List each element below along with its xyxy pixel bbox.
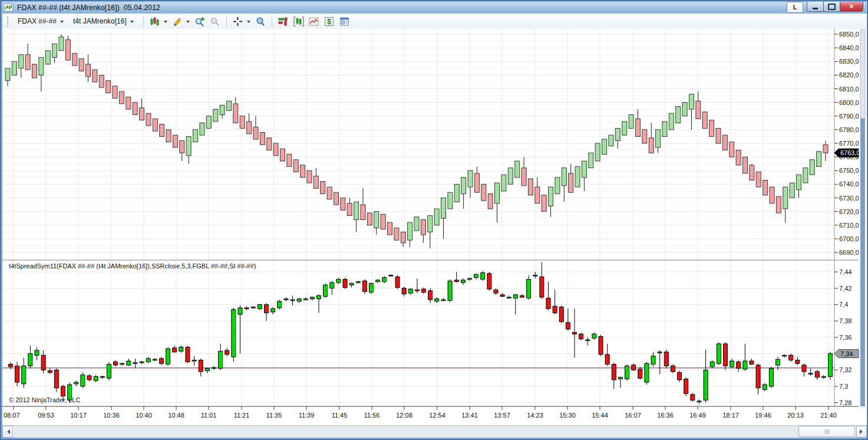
- toolbar-separator: [226, 16, 227, 27]
- renko-brick: [86, 64, 91, 77]
- bar-type-button[interactable]: [148, 15, 169, 28]
- y-axis-label: 7,38: [839, 317, 852, 324]
- renko-brick: [160, 124, 164, 137]
- renko-brick: [59, 37, 64, 51]
- minimize-icon: [813, 8, 818, 9]
- renko-brick: [52, 44, 57, 57]
- spread-candle: [586, 340, 590, 341]
- maximize-button[interactable]: [824, 2, 840, 12]
- mini-chart-button[interactable]: [307, 15, 321, 28]
- spread-candle: [808, 373, 813, 375]
- chart-trader-button[interactable]: [276, 15, 291, 28]
- spread-candle: [789, 355, 793, 360]
- renko-brick: [750, 165, 754, 180]
- renko-brick: [19, 55, 24, 68]
- renko-brick: [569, 173, 573, 192]
- magnifier-button[interactable]: [253, 15, 268, 28]
- spread-candle: [441, 300, 445, 301]
- y-axis-label: 7,44: [839, 268, 852, 275]
- renko-brick: [730, 142, 734, 157]
- renko-brick: [817, 152, 821, 166]
- spread-candle: [362, 281, 367, 291]
- renko-brick: [180, 140, 184, 153]
- y-axis-label: 6840,0: [839, 44, 859, 51]
- renko-brick: [682, 103, 687, 116]
- chart-canvas[interactable]: 6850,06840,06830,06820,06810,06800,06790…: [2, 29, 867, 425]
- period-dropdown[interactable]: t4t JAMrenko[16]: [70, 16, 137, 27]
- renko-brick: [515, 161, 520, 178]
- hscrollbar-track[interactable]: [13, 426, 856, 438]
- cursor-mode-button[interactable]: [231, 15, 252, 28]
- spread-candle: [153, 359, 157, 360]
- dollar-icon: $: [324, 17, 335, 27]
- instrument-dropdown[interactable]: FDAX ##-##: [14, 16, 67, 27]
- renko-brick: [542, 195, 546, 212]
- minimize-button[interactable]: [807, 2, 824, 12]
- scroll-left-button[interactable]: [2, 426, 13, 438]
- renko-brick: [233, 104, 238, 123]
- lower-gridlines: [2, 272, 834, 403]
- chart-area[interactable]: 6850,06840,06830,06820,06810,06800,06790…: [2, 29, 867, 425]
- renko-brick: [321, 182, 325, 194]
- spread-candle: [94, 376, 98, 380]
- renko-brick: [709, 120, 714, 137]
- zoom-out-icon: [210, 17, 220, 27]
- drawing-tools-button[interactable]: [170, 15, 192, 28]
- lower-value-axis[interactable]: 7,447,427,47,387,367,347,327,37,28: [834, 268, 852, 406]
- vertical-scrollbar[interactable]: [860, 29, 865, 406]
- spread-candle: [140, 362, 144, 363]
- y-axis-label: 6770,0: [839, 140, 859, 147]
- renko-brick: [776, 196, 781, 213]
- y-axis-label: 6820,0: [839, 71, 859, 78]
- renko-brick: [106, 81, 111, 93]
- vscrollbar-thumb[interactable]: [860, 29, 865, 119]
- x-axis-label: 11:45: [332, 412, 348, 419]
- spread-candle: [658, 352, 662, 353]
- data-box-button[interactable]: [292, 15, 306, 28]
- renko-brick: [562, 168, 566, 186]
- zoom-out-button[interactable]: [208, 15, 222, 28]
- renko-brick: [474, 173, 479, 192]
- last-value-marker: 7,34: [834, 350, 859, 358]
- hscrollbar-thumb[interactable]: [798, 426, 855, 437]
- renko-brick: [461, 178, 466, 194]
- window-title: FDAX ##-## (t4t JAMrenko[16]) 05.04.2012: [17, 4, 160, 12]
- x-axis-label: 10:17: [70, 412, 87, 419]
- horizontal-scrollbar[interactable]: [2, 425, 867, 438]
- spread-candle: [474, 274, 478, 278]
- upper-price-axis[interactable]: 6850,06840,06830,06820,06810,06800,06790…: [834, 31, 859, 256]
- renko-brick: [549, 187, 553, 206]
- vscrollbar-track[interactable]: [860, 119, 865, 406]
- spread-candle: [435, 299, 439, 301]
- renko-brick: [313, 176, 318, 189]
- spread-candle: [448, 281, 452, 300]
- titlebar[interactable]: FDAX ##-## (t4t JAMrenko[16]) 05.04.2012…: [2, 2, 867, 14]
- scroll-right-button[interactable]: [856, 426, 867, 438]
- spread-candle: [114, 362, 118, 365]
- spread-candle: [238, 308, 242, 314]
- renko-brick: [334, 192, 338, 205]
- spread-candle: [500, 295, 504, 297]
- spread-candle: [133, 363, 137, 364]
- link-button[interactable]: L: [787, 2, 803, 13]
- renko-brick: [689, 94, 694, 109]
- spread-candle: [507, 297, 511, 298]
- spread-candle: [422, 289, 426, 293]
- last-price-marker: 6763,0: [834, 149, 860, 157]
- properties-button[interactable]: [338, 15, 352, 28]
- zoom-in-button[interactable]: [193, 15, 207, 28]
- spread-candle: [330, 283, 334, 288]
- renko-brick: [649, 138, 654, 153]
- time-axis[interactable]: 08:0709:5310:1710:3610:4010:4811:0111:21…: [4, 406, 837, 419]
- account-button[interactable]: $: [322, 15, 336, 28]
- spread-candle: [763, 385, 767, 389]
- spread-candle: [22, 366, 26, 383]
- spread-candle: [343, 279, 347, 287]
- renko-brick: [589, 153, 593, 168]
- spread-candle: [756, 365, 760, 388]
- renko-brick: [99, 75, 104, 87]
- renko-brick: [722, 135, 727, 150]
- toolbar-grip-handle[interactable]: [7, 16, 11, 27]
- spread-candle: [553, 306, 557, 313]
- close-button[interactable]: ×: [840, 2, 863, 12]
